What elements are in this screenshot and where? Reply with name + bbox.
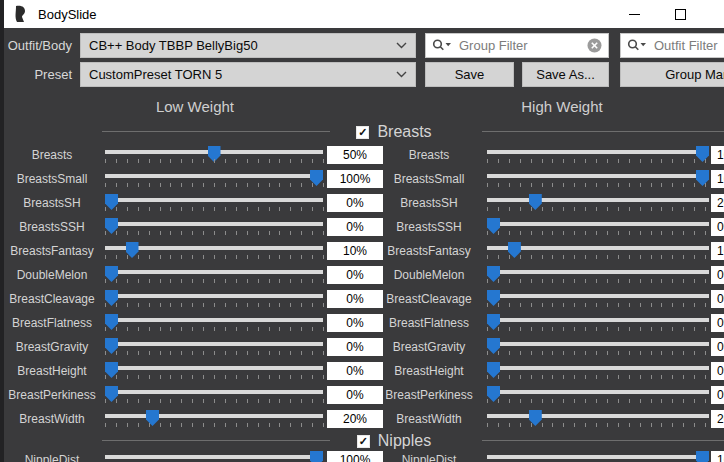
slider-label-high: BreastCleavage <box>374 290 484 308</box>
slider-track-low[interactable] <box>105 390 323 394</box>
slider-track-low[interactable] <box>105 342 323 346</box>
slider-track-low[interactable] <box>105 455 323 459</box>
slider-track-low[interactable] <box>105 198 323 202</box>
slider-ticks-low <box>105 279 324 283</box>
slider-track-high[interactable] <box>487 294 709 298</box>
slider-track-low[interactable] <box>105 366 323 370</box>
slider-track-high[interactable] <box>487 390 709 394</box>
slider-ticks-low <box>105 207 324 211</box>
slider-value-high[interactable]: 100% <box>711 451 724 462</box>
slider-track-low[interactable] <box>105 414 323 418</box>
section-checkbox[interactable]: ✓ <box>356 126 369 139</box>
section-checkbox[interactable]: ✓ <box>357 435 370 448</box>
slider-label-low: BreastsSSH <box>4 218 100 236</box>
bodyslide-app: { "window": { "title": "BodySlide" }, "t… <box>0 0 724 462</box>
slider-ticks-high <box>487 207 710 211</box>
slider-track-high[interactable] <box>487 174 709 178</box>
slider-row: BreastsSSH 0% BreastsSSH 0% <box>4 218 724 242</box>
slider-row: BreastsSmall 100% BreastsSmall 100% <box>4 170 724 194</box>
slider-ticks-low <box>105 327 324 331</box>
slider-thumb-low[interactable] <box>310 451 323 462</box>
slider-track-high[interactable] <box>487 342 709 346</box>
slider-label-high: BreastsSSH <box>374 218 484 236</box>
slider-area: ✓ Breasts Breasts 50% Breasts 100% Breas… <box>4 0 724 462</box>
slider-track-low[interactable] <box>105 294 323 298</box>
slider-value-high[interactable]: 20% <box>711 194 724 212</box>
section-header: ✓ Breasts <box>4 122 724 142</box>
slider-value-high[interactable]: 0% <box>711 266 724 284</box>
slider-value-high[interactable]: 10% <box>711 242 724 260</box>
slider-value-high[interactable]: 20% <box>711 410 724 428</box>
slider-track-high[interactable] <box>487 198 709 202</box>
slider-track-high[interactable] <box>487 222 709 226</box>
slider-track-low[interactable] <box>105 318 323 322</box>
slider-row: BreastHeight 0% BreastHeight 0% <box>4 362 724 386</box>
slider-track-high[interactable] <box>487 414 709 418</box>
slider-track-low[interactable] <box>105 246 323 250</box>
slider-label-high: BreastGravity <box>374 338 484 356</box>
slider-row: NippleDist 100% NippleDist 100% <box>4 451 724 462</box>
slider-ticks-high <box>487 375 710 379</box>
slider-label-low: BreastWidth <box>4 410 100 428</box>
slider-value-high[interactable]: 0% <box>711 290 724 308</box>
slider-ticks-high <box>487 351 710 355</box>
slider-value-high[interactable]: 100% <box>711 146 724 164</box>
slider-label-high: BreastFlatness <box>374 314 484 332</box>
slider-value-high[interactable]: 0% <box>711 386 724 404</box>
slider-label-high: BreastPerkiness <box>374 386 484 404</box>
slider-value-high[interactable]: 0% <box>711 362 724 380</box>
slider-row: BreastsFantasy 10% BreastsFantasy 10% <box>4 242 724 266</box>
slider-label-high: BreastsFantasy <box>374 242 484 260</box>
slider-ticks-high <box>487 255 710 259</box>
slider-ticks-low <box>105 231 324 235</box>
slider-track-high[interactable] <box>487 366 709 370</box>
slider-track-high[interactable] <box>487 246 709 250</box>
slider-ticks-low <box>105 303 324 307</box>
slider-label-low: BreastPerkiness <box>4 386 100 404</box>
section-header: ✓ Nipples <box>4 431 724 451</box>
slider-label-high: BreastsSH <box>374 194 484 212</box>
slider-track-low[interactable] <box>105 174 323 178</box>
slider-value-high[interactable]: 100% <box>711 170 724 188</box>
slider-label-low: BreastFlatness <box>4 314 100 332</box>
slider-label-low: Breasts <box>4 146 100 164</box>
slider-label-low: BreastGravity <box>4 338 100 356</box>
slider-thumb-high[interactable] <box>696 451 709 462</box>
slider-value-high[interactable]: 0% <box>711 314 724 332</box>
slider-ticks-low <box>105 159 324 163</box>
slider-label-high: Breasts <box>374 146 484 164</box>
bodyslide-window: BodySlide Outfit/Body CB++ Body TBBP Bel… <box>4 0 724 462</box>
section-title: Breasts <box>377 123 431 141</box>
slider-label-low: DoubleMelon <box>4 266 100 284</box>
slider-track-high[interactable] <box>487 318 709 322</box>
slider-ticks-high <box>487 327 710 331</box>
slider-track-high[interactable] <box>487 150 709 154</box>
slider-value-high[interactable]: 0% <box>711 338 724 356</box>
slider-track-high[interactable] <box>487 270 709 274</box>
slider-row: BreastFlatness 0% BreastFlatness 0% <box>4 314 724 338</box>
slider-row: BreastPerkiness 0% BreastPerkiness 0% <box>4 386 724 410</box>
slider-value-high[interactable]: 0% <box>711 218 724 236</box>
slider-ticks-low <box>105 255 324 259</box>
slider-label-high: NippleDist <box>374 451 484 462</box>
slider-ticks-low <box>105 423 324 427</box>
slider-row: BreastGravity 0% BreastGravity 0% <box>4 338 724 362</box>
slider-label-high: DoubleMelon <box>374 266 484 284</box>
slider-label-low: BreastHeight <box>4 362 100 380</box>
slider-ticks-high <box>487 231 710 235</box>
slider-label-low: BreastsSmall <box>4 170 100 188</box>
slider-track-high[interactable] <box>487 455 709 459</box>
slider-track-low[interactable] <box>105 222 323 226</box>
slider-label-low: BreastCleavage <box>4 290 100 308</box>
slider-label-high: BreastsSmall <box>374 170 484 188</box>
slider-label-low: BreastsSH <box>4 194 100 212</box>
slider-ticks-high <box>487 303 710 307</box>
slider-track-low[interactable] <box>105 150 323 154</box>
slider-ticks-low <box>105 399 324 403</box>
slider-ticks-high <box>487 159 710 163</box>
slider-track-low[interactable] <box>105 270 323 274</box>
slider-ticks-high <box>487 279 710 283</box>
slider-row: BreastsSH 0% BreastsSH 20% <box>4 194 724 218</box>
slider-ticks-high <box>487 183 710 187</box>
slider-row: BreastCleavage 0% BreastCleavage 0% <box>4 290 724 314</box>
